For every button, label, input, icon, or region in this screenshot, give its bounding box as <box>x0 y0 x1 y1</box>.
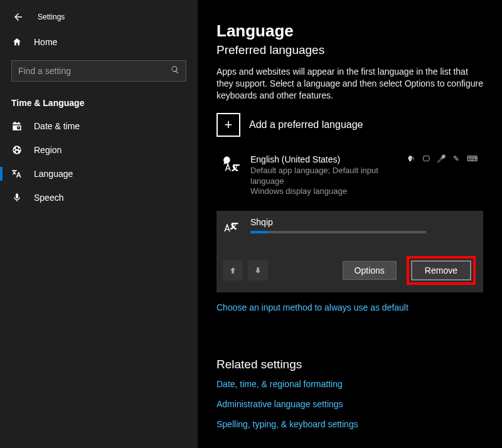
handwriting-icon: ✎ <box>452 154 461 163</box>
options-button[interactable]: Options <box>343 261 397 280</box>
related-settings-title: Related settings <box>216 358 483 371</box>
add-language-label: Add a preferred language <box>249 119 363 131</box>
remove-button[interactable]: Remove <box>411 260 471 280</box>
calendar-clock-icon <box>11 121 23 131</box>
sidebar-item-label: Date & time <box>34 121 80 131</box>
plus-icon: + <box>216 113 240 137</box>
related-link-admin-language[interactable]: Administrative language settings <box>216 399 483 409</box>
search-input[interactable] <box>18 66 171 76</box>
display-icon: 🖵 <box>422 154 430 163</box>
language-name: English (United States) <box>250 154 398 164</box>
language-icon <box>11 169 23 179</box>
language-item-english[interactable]: English (United States) Default app lang… <box>216 148 483 205</box>
add-language-button[interactable]: + Add a preferred language <box>216 113 483 137</box>
sidebar-item-language[interactable]: Language <box>0 162 198 186</box>
language-sub2: Windows display language <box>250 186 398 197</box>
move-up-button[interactable] <box>223 260 243 280</box>
page-title: Language <box>216 21 483 41</box>
search-input-container[interactable] <box>11 60 186 82</box>
voice-icon: 🎤 <box>437 154 446 163</box>
default-input-method-link[interactable]: Choose an input method to always use as … <box>216 302 483 312</box>
page-description: Apps and websites will appear in the fir… <box>216 66 483 102</box>
home-icon <box>11 37 23 47</box>
back-icon[interactable] <box>13 11 24 23</box>
language-glyph-icon <box>223 217 242 238</box>
sidebar-item-region[interactable]: Region <box>0 138 198 162</box>
sidebar-item-label: Home <box>34 37 57 47</box>
search-icon <box>171 65 179 77</box>
sidebar-item-label: Speech <box>34 193 63 203</box>
sidebar-item-label: Language <box>34 169 73 179</box>
globe-icon <box>11 145 23 155</box>
download-progress <box>250 231 426 233</box>
language-glyph-icon <box>223 154 242 176</box>
language-feature-icons: 🗣 🖵 🎤 ✎ ⌨ <box>407 154 476 163</box>
sidebar-item-date-time[interactable]: Date & time <box>0 114 198 138</box>
tts-icon: 🗣 <box>407 154 415 163</box>
related-link-spelling-typing[interactable]: Spelling, typing, & keyboard settings <box>216 419 483 429</box>
sidebar-section-title: Time & Language <box>0 89 198 114</box>
page-subtitle: Preferred languages <box>216 43 483 57</box>
sidebar-item-speech[interactable]: Speech <box>0 186 198 210</box>
sidebar-item-label: Region <box>34 145 61 155</box>
language-name: Shqip <box>250 217 476 227</box>
keyboard-icon: ⌨ <box>467 154 476 163</box>
language-sub1: Default app language; Default input lang… <box>250 166 398 187</box>
microphone-icon <box>11 193 23 203</box>
related-link-date-time[interactable]: Date, time, & regional formatting <box>216 379 483 389</box>
language-item-shqip[interactable]: Shqip Options Remove <box>216 211 483 292</box>
sidebar-item-home[interactable]: Home <box>0 30 198 54</box>
remove-highlight-annotation: Remove <box>407 256 476 285</box>
window-title: Settings <box>38 13 65 21</box>
move-down-button[interactable] <box>248 260 268 280</box>
